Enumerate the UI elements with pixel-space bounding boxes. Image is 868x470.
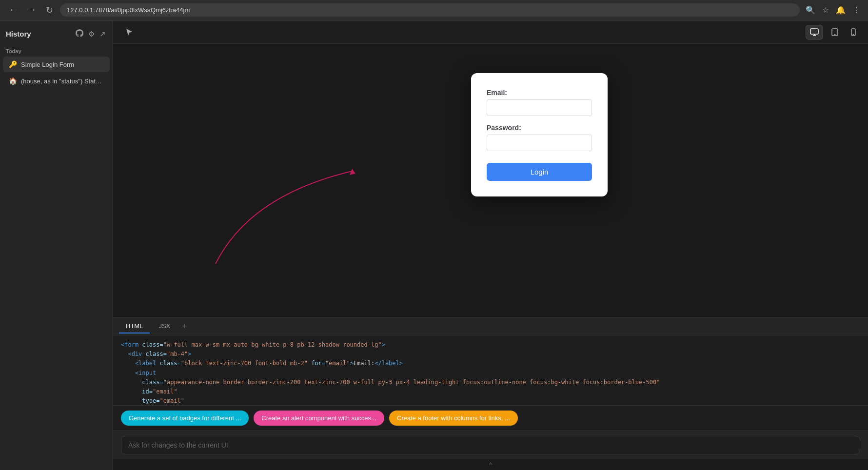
- preview-toolbar: [113, 20, 868, 44]
- add-tab-button[interactable]: +: [179, 320, 190, 333]
- external-link-icon[interactable]: ↗: [99, 28, 107, 39]
- refresh-button[interactable]: ↻: [43, 3, 56, 18]
- preview-pane: Email: Password: Login: [113, 44, 868, 317]
- code-panel: HTML JSX + <form class="w-full max-w-sm …: [113, 317, 868, 405]
- input-bar: [113, 431, 868, 459]
- desktop-view-button[interactable]: [806, 25, 823, 39]
- sidebar-item-login-form[interactable]: 🔑 Simple Login Form: [3, 57, 110, 72]
- password-label: Password:: [487, 124, 592, 132]
- prompt-input[interactable]: [121, 436, 860, 454]
- search-icon[interactable]: 🔍: [804, 3, 817, 17]
- code-line-1: <form class="w-full max-w-sm mx-auto bg-…: [121, 340, 860, 350]
- annotation-arrow: [211, 147, 357, 269]
- forward-button[interactable]: →: [24, 3, 39, 17]
- sidebar-item-label-2: (house, as in "status") Status Badg… (ho…: [21, 78, 104, 85]
- login-button[interactable]: Login: [487, 163, 592, 181]
- key-icon: 🔑: [9, 60, 17, 68]
- notification-icon[interactable]: 🔔: [834, 3, 848, 17]
- mobile-view-button[interactable]: [847, 25, 860, 39]
- email-input[interactable]: [487, 99, 592, 116]
- svg-rect-0: [810, 29, 818, 34]
- suggestion-footer-button[interactable]: Create a footer with columns for links, …: [389, 411, 518, 426]
- toolbar-left: [121, 25, 138, 39]
- sidebar-section-today: Today: [0, 45, 113, 56]
- code-line-7: type="email": [121, 396, 860, 405]
- password-group: Password:: [487, 124, 592, 151]
- main-layout: History ⚙ ↗ Today 🔑 Simple Login Form 🏠 …: [0, 20, 868, 470]
- code-line-2: <div class="mb-4">: [121, 350, 860, 359]
- code-content[interactable]: <form class="w-full max-w-sm mx-auto bg-…: [113, 335, 868, 405]
- back-button[interactable]: ←: [6, 3, 20, 17]
- login-card: Email: Password: Login: [471, 73, 608, 196]
- sidebar-header: History ⚙ ↗: [0, 26, 113, 45]
- sidebar-header-icons: ⚙ ↗: [75, 28, 107, 39]
- sidebar-item-label: Simple Login Form: [21, 61, 104, 68]
- svg-point-6: [853, 34, 854, 35]
- code-line-4: <input: [121, 369, 860, 378]
- email-group: Email:: [487, 89, 592, 116]
- settings-icon[interactable]: ⚙: [87, 28, 96, 39]
- password-input[interactable]: [487, 135, 592, 151]
- star-icon[interactable]: ☆: [820, 3, 831, 17]
- code-tabs: HTML JSX +: [113, 318, 868, 335]
- toolbar-center: [806, 25, 860, 39]
- menu-icon[interactable]: ⋮: [850, 3, 862, 17]
- address-bar[interactable]: [60, 3, 800, 17]
- content-area: Email: Password: Login HTML JSX + <form …: [113, 20, 868, 470]
- sidebar: History ⚙ ↗ Today 🔑 Simple Login Form 🏠 …: [0, 20, 113, 470]
- suggestion-alert-button[interactable]: Create an alert component with succes...: [254, 411, 384, 426]
- svg-point-4: [834, 34, 835, 35]
- sidebar-item-status-badge[interactable]: 🏠 (house, as in "status") Status Badg… (…: [3, 73, 110, 89]
- browser-chrome: ← → ↻ 🔍 ☆ 🔔 ⋮: [0, 0, 868, 20]
- svg-marker-7: [350, 169, 355, 175]
- tab-html[interactable]: HTML: [119, 319, 150, 333]
- code-line-6: id="email": [121, 387, 860, 396]
- suggestion-badges-button[interactable]: Generate a set of badges for different .…: [121, 411, 249, 426]
- email-label: Email:: [487, 89, 592, 97]
- cursor-tool-button[interactable]: [121, 25, 138, 39]
- tab-jsx[interactable]: JSX: [152, 319, 177, 333]
- code-line-5: class="appearance-none border border-zin…: [121, 378, 860, 387]
- sidebar-title: History: [6, 30, 31, 38]
- expand-handle[interactable]: ^: [113, 459, 868, 470]
- house-icon: 🏠: [9, 77, 17, 85]
- tablet-view-button[interactable]: [827, 25, 843, 39]
- code-line-3: <label class="block text-zinc-700 font-b…: [121, 359, 860, 368]
- suggestions-bar: Generate a set of badges for different .…: [113, 405, 868, 431]
- github-icon[interactable]: [75, 28, 84, 39]
